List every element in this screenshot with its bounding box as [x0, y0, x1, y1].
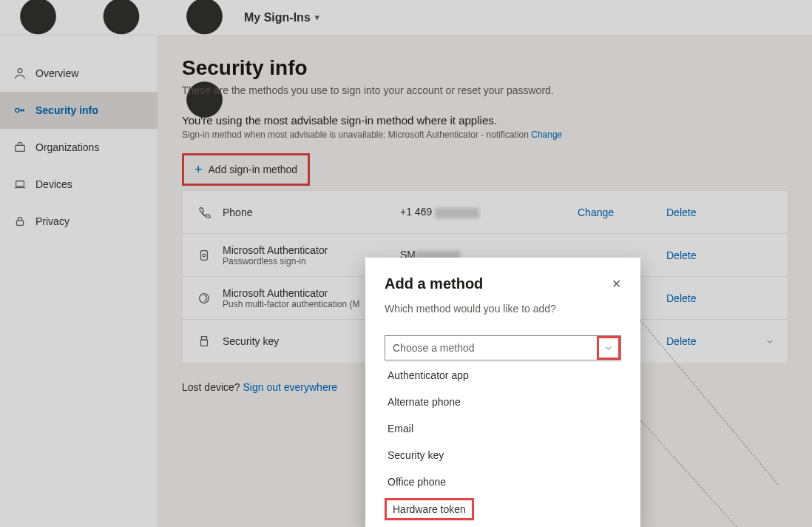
sidebar-item-devices[interactable]: Devices: [0, 166, 158, 203]
page-title: Security info: [182, 56, 788, 80]
authenticator-icon: [186, 292, 223, 305]
advice-subtext: Sign-in method when most advisable is un…: [182, 130, 788, 140]
phone-icon: [186, 206, 223, 219]
method-row: Phone +1 469 Change Delete: [183, 191, 788, 234]
lock-icon: [13, 215, 27, 228]
add-method-label: Add sign-in method: [209, 164, 298, 175]
delete-link[interactable]: Delete: [666, 292, 755, 304]
person-icon: [13, 67, 27, 80]
method-value: +1 469: [400, 206, 578, 218]
dropdown-option-email[interactable]: Email: [385, 415, 621, 442]
svg-point-10: [16, 108, 19, 112]
delete-link[interactable]: Delete: [666, 335, 755, 347]
sign-out-everywhere-link[interactable]: Sign out everywhere: [243, 381, 338, 393]
svg-point-4: [104, 0, 140, 34]
laptop-icon: [13, 178, 27, 191]
sidebar: Overview Security info Organizations Dev…: [0, 36, 158, 527]
add-method-modal: Add a method ✕ Which method would you li…: [365, 258, 640, 527]
chevron-down-icon: ▾: [315, 13, 319, 22]
modal-title: Add a method: [385, 275, 483, 292]
brand-label: My Sign-Ins: [244, 11, 311, 24]
plus-icon: +: [194, 163, 203, 176]
svg-rect-17: [201, 337, 206, 340]
svg-rect-13: [17, 221, 24, 225]
svg-point-3: [20, 0, 56, 34]
sidebar-item-label: Privacy: [35, 215, 70, 227]
svg-rect-18: [201, 340, 208, 346]
sidebar-item-overview[interactable]: Overview: [0, 55, 158, 92]
page-subtitle: These are the methods you use to sign in…: [182, 84, 788, 96]
close-icon[interactable]: ✕: [612, 277, 621, 291]
sidebar-item-label: Organizations: [35, 141, 99, 153]
dropdown-option-authenticator[interactable]: Authenticator app: [385, 362, 621, 389]
dropdown-option-hardware-token[interactable]: Hardware token: [385, 498, 474, 520]
method-select[interactable]: Choose a method: [385, 335, 621, 360]
usb-key-icon: [186, 335, 223, 348]
svg-point-15: [203, 254, 206, 257]
authenticator-icon: [186, 249, 223, 262]
sidebar-item-organizations[interactable]: Organizations: [0, 129, 158, 166]
svg-rect-12: [16, 181, 24, 187]
dropdown-option-security-key[interactable]: Security key: [385, 442, 621, 469]
svg-point-16: [200, 293, 209, 303]
change-link[interactable]: Change: [578, 207, 666, 218]
dropdown-option-alt-phone[interactable]: Alternate phone: [385, 389, 621, 415]
briefcase-icon: [13, 141, 27, 154]
select-placeholder: Choose a method: [393, 342, 475, 354]
delete-link[interactable]: Delete: [666, 249, 755, 261]
expand-row-icon[interactable]: [755, 336, 785, 346]
method-name: Phone: [223, 207, 400, 218]
sidebar-item-label: Security info: [35, 104, 98, 116]
top-bar: My Sign-Ins ▾: [0, 0, 812, 36]
add-sign-in-method-button[interactable]: + Add sign-in method: [182, 153, 310, 186]
method-dropdown: Authenticator app Alternate phone Email …: [385, 361, 621, 520]
svg-rect-11: [16, 145, 25, 151]
modal-question: Which method would you like to add?: [385, 303, 621, 315]
brand-dropdown[interactable]: My Sign-Ins ▾: [244, 11, 319, 24]
svg-point-9: [18, 69, 22, 73]
sidebar-item-privacy[interactable]: Privacy: [0, 203, 158, 240]
sidebar-item-security[interactable]: Security info: [0, 92, 158, 129]
sidebar-item-label: Overview: [35, 67, 78, 79]
method-name: Microsoft Authenticator: [223, 244, 400, 256]
svg-rect-14: [201, 250, 208, 260]
svg-point-5: [186, 0, 223, 34]
select-chevron-highlight: [597, 336, 620, 360]
sidebar-item-label: Devices: [35, 178, 72, 190]
key-icon: [13, 104, 27, 117]
dropdown-option-office-phone[interactable]: Office phone: [385, 469, 621, 495]
delete-link[interactable]: Delete: [666, 207, 755, 218]
change-default-link[interactable]: Change: [531, 130, 562, 140]
advice-text: You're using the most advisable sign-in …: [182, 114, 788, 127]
